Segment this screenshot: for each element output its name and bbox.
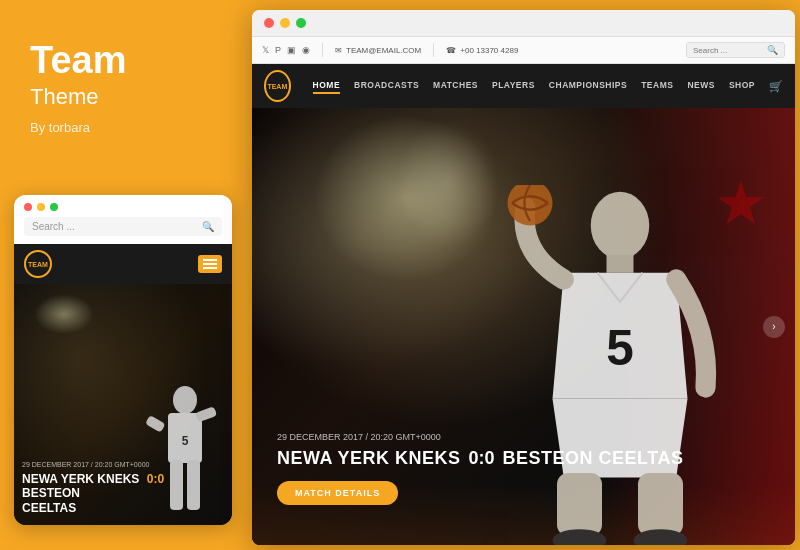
- brand-subtitle: Theme: [30, 84, 225, 110]
- svg-text:5: 5: [606, 320, 634, 375]
- desktop-dot-yellow: [280, 18, 290, 28]
- instagram-icon[interactable]: ▣: [287, 45, 296, 55]
- rss-icon[interactable]: ◉: [302, 45, 310, 55]
- hero-date: 29 DECEMBER 2017 / 20:20 GMT+0000: [277, 432, 683, 442]
- desktop-mockup: 𝕏 P ▣ ◉ ✉ TEAM@EMAIL.COM ☎ +00 13370 428…: [252, 10, 795, 545]
- desktop-hero: ★ 5: [252, 108, 795, 545]
- svg-point-0: [173, 386, 197, 414]
- nav-item-shop[interactable]: SHOP: [729, 80, 755, 92]
- desktop-logo: TEAM: [264, 70, 291, 102]
- mobile-dot-red: [24, 203, 32, 211]
- desktop-toolbar: 𝕏 P ▣ ◉ ✉ TEAM@EMAIL.COM ☎ +00 13370 428…: [252, 37, 795, 64]
- hero-team1: NEWA YERK KNEKS: [277, 448, 461, 469]
- svg-text:5: 5: [182, 434, 189, 448]
- mobile-hero-lights: [34, 294, 94, 334]
- desktop-nav-items: HOME BROADCASTS MATCHES PLAYERS CHAMPION…: [313, 80, 755, 92]
- mobile-team2-line2: CEELTAS: [22, 501, 76, 515]
- mobile-dot-green: [50, 203, 58, 211]
- mobile-nav: TEAM: [14, 244, 232, 284]
- mobile-date: 29 DECEMBER 2017 / 20:20 GMT+0000: [22, 461, 224, 468]
- toolbar-separator-1: [322, 43, 323, 57]
- brand-author: By torbara: [30, 120, 225, 135]
- svg-rect-4: [145, 415, 166, 433]
- svg-point-7: [591, 192, 650, 260]
- toolbar-separator-2: [433, 43, 434, 57]
- nav-item-players[interactable]: PLAYERS: [492, 80, 535, 92]
- nav-item-home[interactable]: HOME: [313, 80, 341, 92]
- mobile-search-bar[interactable]: Search ... 🔍: [24, 217, 222, 236]
- desktop-nav: TEAM HOME BROADCASTS MATCHES PLAYERS CHA…: [252, 64, 795, 108]
- email-icon: ✉: [335, 46, 342, 55]
- phone-text: +00 13370 4289: [460, 46, 518, 55]
- toolbar-email: ✉ TEAM@EMAIL.COM: [335, 46, 421, 55]
- mobile-logo: TEAM: [24, 250, 52, 278]
- mobile-titlebar: [14, 195, 232, 217]
- desktop-dot-red: [264, 18, 274, 28]
- mobile-search-icon: 🔍: [202, 221, 214, 232]
- match-details-button[interactable]: MATCH DETAILS: [277, 481, 398, 505]
- mobile-team1-line1: NEWA YERK: [22, 472, 94, 486]
- toolbar-search[interactable]: 🔍: [686, 42, 785, 58]
- toolbar-search-icon: 🔍: [767, 45, 778, 55]
- mobile-search-placeholder: Search ...: [32, 221, 197, 232]
- mobile-match-title: NEWA YERK KNEKS 0:0 BESTEON CEELTAS: [22, 472, 224, 515]
- toolbar-search-input[interactable]: [693, 46, 763, 55]
- hero-team2: BESTEON CEELTAS: [503, 448, 684, 469]
- nav-item-championships[interactable]: CHAMPIONSHIPS: [549, 80, 627, 92]
- hero-score: 0:0: [469, 448, 495, 469]
- hero-lights-secondary: [388, 108, 508, 258]
- mobile-dot-yellow: [37, 203, 45, 211]
- mobile-team1-line2: KNEKS: [97, 472, 139, 486]
- email-text: TEAM@EMAIL.COM: [346, 46, 421, 55]
- hero-match-info: NEWA YERK KNEKS 0:0 BESTEON CEELTAS: [277, 448, 683, 469]
- nav-item-teams[interactable]: TEAMS: [641, 80, 673, 92]
- nav-item-matches[interactable]: MATCHES: [433, 80, 478, 92]
- desktop-titlebar: [252, 10, 795, 37]
- toolbar-phone: ☎ +00 13370 4289: [446, 46, 518, 55]
- hamburger-line-2: [203, 263, 217, 265]
- desktop-dot-green: [296, 18, 306, 28]
- brand-title: Team: [30, 40, 225, 82]
- twitter-icon[interactable]: 𝕏: [262, 45, 269, 55]
- mobile-hamburger-button[interactable]: [198, 255, 222, 273]
- mobile-hero: 5 29 DECEMBER 2017 / 20:20 GMT+0000 NEWA…: [14, 284, 232, 525]
- phone-icon: ☎: [446, 46, 456, 55]
- hamburger-line-3: [203, 267, 217, 269]
- pinterest-icon[interactable]: P: [275, 45, 281, 55]
- toolbar-social-links: 𝕏 P ▣ ◉: [262, 45, 310, 55]
- mobile-hero-content: 29 DECEMBER 2017 / 20:20 GMT+0000 NEWA Y…: [22, 461, 224, 515]
- mobile-team2-line1: BESTEON: [22, 486, 80, 500]
- svg-rect-5: [195, 406, 217, 422]
- nav-item-news[interactable]: NEWS: [687, 80, 715, 92]
- hero-content: 29 DECEMBER 2017 / 20:20 GMT+0000 NEWA Y…: [277, 432, 683, 505]
- hero-next-arrow[interactable]: ›: [763, 316, 785, 338]
- hamburger-line-1: [203, 259, 217, 261]
- mobile-mockup: Search ... 🔍 TEAM 5 29 DECEMBER 2017: [14, 195, 232, 525]
- cart-icon[interactable]: 🛒: [769, 80, 783, 93]
- mobile-score: 0:0: [147, 472, 164, 486]
- svg-rect-8: [607, 255, 634, 273]
- nav-item-broadcasts[interactable]: BROADCASTS: [354, 80, 419, 92]
